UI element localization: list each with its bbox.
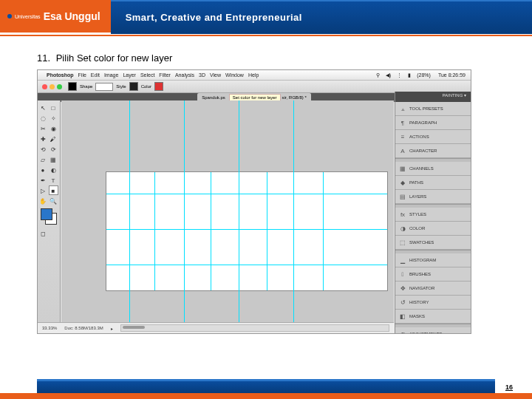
canvas[interactable] [106,171,388,291]
tool-preset-swatch[interactable] [68,82,77,91]
history-icon: ↺ [399,299,406,306]
menu-edit[interactable]: Edit [91,72,100,78]
stamp-tool[interactable]: ⟲ [38,144,48,154]
actions-icon: ≡ [399,133,406,140]
menu-filter[interactable]: Filter [159,72,171,78]
panel-character[interactable]: ACHARACTER [395,144,471,158]
zoom-tool[interactable]: 🔍 [49,196,58,205]
type-tool[interactable]: T [49,175,58,185]
gradient-tool[interactable]: ▦ [49,154,58,164]
layers-icon: ▤ [399,193,406,200]
opt-style-swatch[interactable] [129,82,138,91]
panel-label: COLOR [409,226,425,231]
opt-label: Shape [80,84,92,89]
workspace[interactable] [61,100,394,323]
masks-icon: ◧ [399,313,406,320]
heal-tool[interactable]: ✚ [38,134,48,143]
history-brush-tool[interactable]: ⟳ [49,144,58,154]
battery-icon[interactable]: ▮ [408,72,411,78]
brand-name: Esa Unggul [44,10,100,22]
doc-info: Doc: 8.58M/183.3M [64,326,103,330]
brand-logo: Universitas Esa Unggul [0,0,111,33]
panel-brushes[interactable]: 𖠚BRUSHES [395,267,471,282]
foreground-background-color[interactable] [39,207,58,226]
wifi-icon[interactable]: ⋮ [397,72,402,78]
panel-paths[interactable]: ◆PATHS [395,176,471,190]
panel-label: NAVIGATOR [409,286,434,290]
panel-swatches[interactable]: ⬚SWATCHES [395,236,471,250]
spotlight-icon[interactable]: ⚲ [376,72,380,78]
info-arrow-icon[interactable]: ▸ [111,326,113,331]
panel-label: SWATCHES [409,240,434,245]
character-icon: A [399,147,406,154]
panel-label: LAYERS [409,194,426,199]
dodge-tool[interactable]: ◐ [49,165,58,174]
eraser-tool[interactable]: ▱ [38,154,48,164]
h-scrollbar[interactable] [120,324,389,332]
menu-file[interactable]: File [78,72,86,78]
adjustments-icon: ◐ [399,330,406,334]
eyedropper-tool[interactable]: ◉ [49,123,58,133]
app-menu[interactable]: Photoshop [47,72,74,78]
pen-tool[interactable]: ✒ [38,175,48,185]
move-tool[interactable]: ↖ [38,103,48,112]
step-number: 11. [37,52,50,64]
blur-tool[interactable]: ● [38,165,48,174]
marquee-tool[interactable]: □ [49,103,58,112]
foreground-color-swatch[interactable] [41,208,52,220]
traffic-lights[interactable] [42,84,62,89]
menu-help[interactable]: Help [248,72,259,78]
panel-actions[interactable]: ≡ACTIONS [395,130,471,144]
panel-paragraph[interactable]: ¶PARAGRAPH [395,116,471,130]
panel-navigator[interactable]: ✥NAVIGATOR [395,282,471,296]
panel-label: CHARACTER [409,149,437,153]
menu-3d[interactable]: 3D [199,72,205,78]
opt-shape-dropdown[interactable] [95,83,113,91]
panel-channels[interactable]: ▦CHANNELS [395,162,471,176]
brand-small: Universitas [15,14,41,19]
panel-layers[interactable]: ▤LAYERS [395,190,471,204]
slide-footer: 16 [0,379,532,399]
panel-label: ACTIONS [409,134,429,139]
brush-tool[interactable]: 🖌 [49,134,58,143]
panel-tool-presets[interactable]: ⟁TOOL PRESETS [395,102,471,116]
menu-window[interactable]: Window [225,72,244,78]
brushes-icon: 𖠚 [399,270,406,278]
volume-icon[interactable]: ◀) [386,72,391,78]
styles-icon: fx [399,211,406,218]
panel-color[interactable]: ◑COLOR [395,222,471,236]
tool presets-icon: ⟁ [399,105,406,112]
menu-analysis[interactable]: Analysis [175,72,194,78]
opt-color-swatch[interactable] [154,82,163,91]
shape-tool[interactable]: ■ [49,185,58,195]
panel-label: ADJUSTMENTS [409,332,442,334]
menu-image[interactable]: Image [104,72,118,78]
panel-label: MASKS [409,314,425,318]
color-icon: ◑ [399,225,406,232]
panel-masks[interactable]: ◧MASKS [395,310,471,324]
menu-select[interactable]: Select [140,72,154,78]
footer-orange-bar [0,393,532,399]
step-caption: 11. Pilih Set color for new layer [37,52,532,64]
panel-adjustments[interactable]: ◐ADJUSTMENTS [395,327,471,334]
hand-tool[interactable]: ✋ [38,196,48,205]
path-select-tool[interactable]: ▷ [38,185,48,195]
zoom-level[interactable]: 33.33% [42,326,57,330]
panel-label: PARAGRAPH [409,120,437,125]
swatches-icon: ⬚ [399,239,406,246]
step-text: Pilih Set color for new layer [56,52,173,64]
slide-tagline: Smart, Creative and Entrepreneurial [126,12,302,23]
panel-histogram[interactable]: ▁HISTOGRAM [395,253,471,267]
opt-label3: Color [141,84,151,89]
wand-tool[interactable]: ✧ [49,113,58,123]
panel-history[interactable]: ↺HISTORY [395,296,471,310]
workspace-switcher[interactable]: PAINTING ▾ [395,92,471,102]
crop-tool[interactable]: ✂ [38,123,48,133]
navigator-icon: ✥ [399,284,406,292]
lasso-tool[interactable]: ◌ [38,113,48,123]
menu-layer[interactable]: Layer [123,72,136,78]
menu-view[interactable]: View [210,72,221,78]
quickmask-toggle[interactable]: ◻ [38,228,48,238]
panel-styles[interactable]: fxSTYLES [395,208,471,222]
doc-filename-left: Spanduk.ps [202,95,225,100]
